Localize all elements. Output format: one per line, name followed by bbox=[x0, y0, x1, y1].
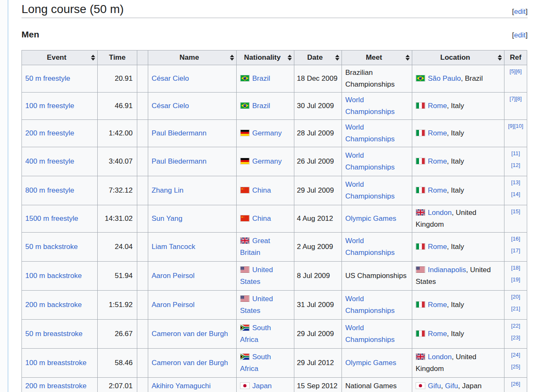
location-link[interactable]: London bbox=[428, 209, 452, 217]
swimmer-link[interactable]: Akihiro Yamaguchi bbox=[152, 382, 211, 390]
swimmer-link[interactable]: Cameron van der Burgh bbox=[152, 359, 228, 367]
ref-link[interactable]: [19] bbox=[511, 276, 520, 283]
nationality-link[interactable]: Brazil bbox=[252, 74, 270, 82]
date-cell: 29 Jul 2012 bbox=[294, 349, 342, 378]
location-cell: Rome, Italy bbox=[412, 320, 504, 349]
location-link[interactable]: Rome bbox=[428, 330, 447, 338]
ref-link[interactable]: [9] bbox=[508, 123, 514, 129]
event-link[interactable]: 800 m freestyle bbox=[25, 186, 74, 194]
location-cell: Rome, Italy bbox=[412, 233, 504, 262]
event-link[interactable]: 400 m freestyle bbox=[25, 157, 74, 165]
event-cell: 200 m freestyle bbox=[22, 120, 98, 147]
date-cell: 31 Jul 2009 bbox=[294, 291, 342, 320]
event-link[interactable]: 200 m backstroke bbox=[25, 301, 82, 309]
ref-link[interactable]: [14] bbox=[511, 191, 520, 197]
swimmer-link[interactable]: César Cielo bbox=[152, 102, 189, 110]
column-header-label: Location bbox=[440, 53, 470, 61]
section-edit-link[interactable]: edit bbox=[514, 8, 526, 16]
column-header-date[interactable]: Date bbox=[294, 50, 342, 65]
ref-link[interactable]: [11] bbox=[511, 150, 520, 156]
ref-link[interactable]: [7] bbox=[510, 95, 515, 102]
location-link[interactable]: Indianapolis bbox=[428, 266, 466, 274]
ref-link[interactable]: [20] bbox=[511, 294, 520, 300]
ref-link[interactable]: [12] bbox=[511, 162, 520, 168]
ref-link[interactable]: [18] bbox=[511, 265, 520, 271]
meet-link[interactable]: World Championships bbox=[345, 151, 395, 171]
ref-link[interactable]: [25] bbox=[511, 363, 520, 370]
event-link[interactable]: 50 m freestyle bbox=[25, 74, 70, 82]
location-link[interactable]: Gifu bbox=[445, 382, 458, 390]
subsection-edit-link[interactable]: edit bbox=[514, 31, 526, 39]
location-link[interactable]: São Paulo bbox=[428, 74, 461, 82]
location-link[interactable]: Rome bbox=[428, 186, 447, 194]
blank-cell bbox=[137, 349, 148, 378]
meet-link[interactable]: Olympic Games bbox=[345, 215, 396, 222]
ref-link[interactable]: [23] bbox=[511, 334, 520, 341]
meet-link[interactable]: World Championships bbox=[345, 96, 395, 116]
ref-link[interactable]: [22] bbox=[511, 323, 520, 329]
nationality-link[interactable]: Brazil bbox=[252, 102, 270, 110]
event-link[interactable]: 100 m backstroke bbox=[25, 272, 82, 280]
location-link[interactable]: Rome bbox=[428, 129, 447, 137]
swimmer-link[interactable]: Sun Yang bbox=[152, 215, 182, 222]
swimmer-link[interactable]: Liam Tancock bbox=[152, 243, 195, 251]
column-header-location[interactable]: Location bbox=[412, 50, 504, 65]
location-cell: Rome, Italy bbox=[412, 120, 504, 147]
ref-link[interactable]: [21] bbox=[511, 305, 520, 312]
location-link[interactable]: Rome bbox=[428, 301, 447, 309]
ref-link[interactable]: [16] bbox=[511, 236, 520, 242]
meet-link[interactable]: World Championships bbox=[345, 324, 395, 344]
swimmer-link[interactable]: Aaron Peirsol bbox=[152, 301, 195, 309]
time-cell: 20.91 bbox=[98, 65, 137, 93]
flag-icon-it bbox=[416, 130, 425, 136]
event-link[interactable]: 100 m freestyle bbox=[25, 102, 74, 110]
nationality-cell: China bbox=[237, 205, 294, 233]
nationality-link[interactable]: Germany bbox=[252, 157, 282, 165]
ref-link[interactable]: [24] bbox=[511, 352, 520, 358]
swimmer-link[interactable]: Zhang Lin bbox=[152, 186, 184, 194]
location-country-text: , Italy bbox=[447, 330, 464, 338]
column-header-nationality[interactable]: Nationality bbox=[237, 50, 294, 65]
blank-cell bbox=[137, 65, 148, 93]
column-header-name[interactable]: Name bbox=[148, 50, 237, 65]
ref-link[interactable]: [10] bbox=[514, 123, 523, 129]
swimmer-link[interactable]: Aaron Peirsol bbox=[152, 272, 195, 280]
meet-link[interactable]: World Championships bbox=[345, 180, 395, 200]
nationality-link[interactable]: China bbox=[252, 215, 271, 222]
event-link[interactable]: 100 m breaststroke bbox=[25, 359, 87, 367]
event-link[interactable]: 50 m breaststroke bbox=[25, 330, 83, 338]
ref-link[interactable]: [13] bbox=[511, 179, 520, 185]
location-link[interactable]: Rome bbox=[428, 157, 447, 165]
swimmer-link[interactable]: César Cielo bbox=[152, 74, 189, 82]
ref-link[interactable]: [5] bbox=[510, 68, 515, 74]
ref-link[interactable]: [8] bbox=[516, 95, 522, 102]
swimmer-link[interactable]: Paul Biedermann bbox=[152, 157, 206, 165]
meet-link[interactable]: World Championships bbox=[345, 237, 395, 257]
event-link[interactable]: 200 m breaststroke bbox=[25, 382, 87, 390]
meet-link[interactable]: Olympic Games bbox=[345, 359, 396, 367]
swimmer-link[interactable]: Paul Biedermann bbox=[152, 129, 206, 137]
meet-text: National Games bbox=[345, 382, 397, 390]
location-link[interactable]: London bbox=[428, 353, 452, 361]
column-header-event[interactable]: Event bbox=[22, 50, 98, 65]
nationality-cell: Germany bbox=[237, 120, 294, 147]
swimmer-link[interactable]: Cameron van der Burgh bbox=[152, 330, 228, 338]
location-link[interactable]: Rome bbox=[428, 243, 447, 251]
column-header-meet[interactable]: Meet bbox=[342, 50, 412, 65]
event-link[interactable]: 1500 m freestyle bbox=[25, 215, 78, 222]
location-link[interactable]: Rome bbox=[428, 102, 447, 110]
article-content: Long course (50 m) [edit] Men [edit] Eve… bbox=[21, 0, 528, 392]
event-link[interactable]: 200 m freestyle bbox=[25, 129, 74, 137]
location-link[interactable]: Gifu bbox=[428, 382, 441, 390]
meet-link[interactable]: World Championships bbox=[345, 123, 395, 143]
nationality-link[interactable]: China bbox=[252, 186, 271, 194]
ref-link[interactable]: [15] bbox=[511, 208, 520, 215]
meet-link[interactable]: World Championships bbox=[345, 295, 395, 315]
ref-link[interactable]: [17] bbox=[511, 247, 520, 254]
nationality-link[interactable]: Japan bbox=[252, 382, 272, 390]
flag-icon-it bbox=[416, 330, 425, 337]
event-link[interactable]: 50 m backstroke bbox=[25, 243, 78, 251]
ref-link[interactable]: [6] bbox=[516, 68, 522, 74]
ref-link[interactable]: [26] bbox=[511, 381, 520, 387]
nationality-link[interactable]: Germany bbox=[252, 129, 282, 137]
